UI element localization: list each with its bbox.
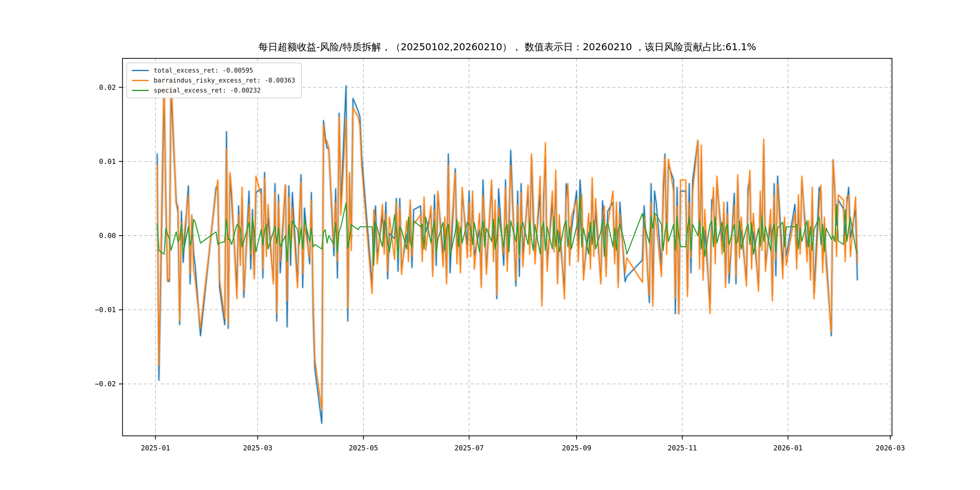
x-tick-label: 2025-09 <box>562 444 591 452</box>
legend-label: barraindus_risky_excess_ret: -0.00363 <box>154 77 295 84</box>
legend-line-swatch <box>132 90 149 91</box>
y-tick-label: −0.02 <box>95 380 116 388</box>
legend-row: barraindus_risky_excess_ret: -0.00363 <box>132 77 295 84</box>
legend-row: special_excess_ret: -0.00232 <box>132 87 295 94</box>
legend-line-swatch <box>132 70 149 71</box>
x-tick-label: 2025-05 <box>349 444 378 452</box>
matplotlib-figure: 每日超额收益-风险/特质拆解，（20250102,20260210）， 数值表示… <box>0 0 980 490</box>
x-tick-label: 2026-03 <box>876 444 905 452</box>
legend-row: total_excess_ret: -0.00595 <box>132 67 295 74</box>
legend: total_excess_ret: -0.00595barraindus_ris… <box>126 63 302 98</box>
y-tick-label: 0.00 <box>99 232 116 240</box>
legend-label: special_excess_ret: -0.00232 <box>154 87 261 94</box>
series-lines <box>157 76 858 423</box>
x-tick-label: 2025-03 <box>243 444 272 452</box>
y-tick-label: 0.01 <box>99 158 116 165</box>
x-tick-label: 2025-07 <box>454 444 484 452</box>
x-tick-label: 2025-01 <box>141 444 170 452</box>
legend-label: total_excess_ret: -0.00595 <box>154 67 253 74</box>
y-tick-label: 0.02 <box>99 83 116 91</box>
x-tick-label: 2026-01 <box>773 444 803 452</box>
x-tick-label: 2025-11 <box>668 444 697 452</box>
legend-line-swatch <box>132 80 149 81</box>
y-tick-label: −0.01 <box>95 306 116 313</box>
